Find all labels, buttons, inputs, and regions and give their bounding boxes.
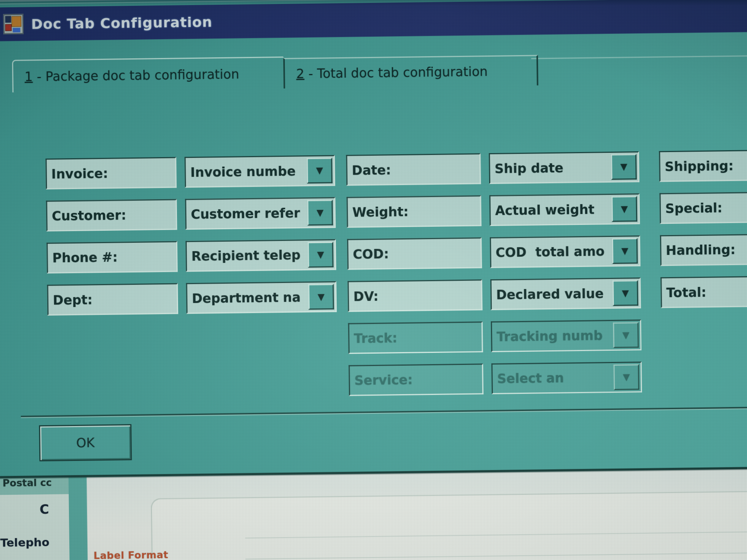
tab-total-doc-tab-configuration[interactable]: 2 - Total doc tab configuration — [283, 55, 538, 89]
field-text: DV: — [353, 289, 379, 304]
dropdown-arrow-icon[interactable]: ▼ — [612, 238, 638, 264]
down-triangle-glyph: ▼ — [622, 288, 629, 298]
field-text: COD: — [353, 246, 389, 262]
customer-source-dropdown[interactable]: Customer refer▼ — [185, 197, 336, 230]
dropdown-arrow-icon[interactable]: ▼ — [612, 280, 638, 306]
down-triangle-glyph: ▼ — [318, 292, 325, 302]
background-label-format-window[interactable]: Label Format — [86, 468, 747, 560]
dropdown-arrow-icon[interactable]: ▼ — [611, 154, 637, 180]
cod-caption-field[interactable]: COD: — [347, 237, 482, 270]
dropdown-value: Tracking numb — [496, 328, 603, 344]
tab-mnemonic: 1 — [24, 69, 33, 84]
dropdown-arrow-icon[interactable]: ▼ — [611, 196, 637, 222]
dv-caption-field[interactable]: DV: — [348, 279, 483, 312]
dropdown-arrow-icon[interactable]: ▼ — [307, 158, 333, 184]
window-divider-strip — [69, 477, 88, 560]
total-caption-field[interactable]: Total: — [661, 276, 747, 308]
dropdown-arrow-icon: ▼ — [613, 322, 639, 348]
doc-tab-configuration-dialog: Doc Tab Configuration 1 - Package doc ta… — [0, 0, 747, 478]
field-text: Handling: — [666, 242, 735, 258]
field-text: Special: — [665, 200, 723, 216]
field-text: Weight: — [352, 204, 409, 220]
tabstrip-edge-line — [531, 55, 747, 59]
date-caption-field[interactable]: Date: — [346, 153, 481, 186]
tab-mnemonic: 2 — [296, 66, 305, 81]
dropdown-arrow-icon[interactable]: ▼ — [307, 200, 333, 226]
weight-caption-field[interactable]: Weight: — [347, 195, 481, 228]
track-caption-field-disabled: Track: — [348, 322, 483, 354]
dept-caption-field[interactable]: Dept: — [47, 283, 178, 316]
dept-source-dropdown[interactable]: Department na▼ — [186, 281, 337, 314]
cutoff-text-fragment: C — [39, 502, 49, 517]
customer-caption-field[interactable]: Customer: — [46, 199, 177, 232]
background-form-window[interactable]: Postal cc C Telepho T ID IE — [0, 477, 70, 560]
weight-source-dropdown[interactable]: Actual weight▼ — [489, 193, 640, 226]
date-source-dropdown[interactable]: Ship date▼ — [489, 151, 639, 184]
dropdown-value: Invoice numbe — [190, 163, 296, 180]
dialog-titlebar[interactable]: Doc Tab Configuration — [0, 0, 747, 41]
field-text: Track: — [354, 330, 397, 346]
ok-button[interactable]: OK — [39, 424, 132, 461]
dropdown-value: Select an — [497, 370, 564, 386]
down-triangle-glyph: ▼ — [316, 166, 323, 175]
icon-red-square — [5, 24, 12, 31]
field-text: Customer: — [52, 207, 126, 223]
phone-caption-field[interactable]: Phone #: — [47, 241, 178, 273]
dialog-title: Doc Tab Configuration — [31, 13, 213, 32]
dropdown-arrow-icon: ▼ — [614, 364, 639, 390]
down-triangle-glyph: ▼ — [620, 162, 627, 171]
icon-blue-square — [13, 28, 20, 32]
dropdown-arrow-icon[interactable]: ▼ — [308, 284, 334, 310]
down-triangle-glyph: ▼ — [622, 246, 628, 256]
field-text: Shipping: — [665, 158, 734, 174]
icon-orange-square — [11, 16, 21, 27]
tab-package-doc-tab-configuration[interactable]: 1 - Package doc tab configuration — [12, 57, 284, 93]
down-triangle-glyph: ▼ — [623, 373, 630, 382]
dropdown-value: COD total amo — [496, 244, 605, 260]
desktop: F C oi Postal cc C Telepho T ID IE Label… — [0, 0, 747, 560]
phone-source-dropdown[interactable]: Recipient telep▼ — [186, 239, 336, 272]
down-triangle-glyph: ▼ — [621, 205, 628, 214]
dropdown-value: Ship date — [495, 160, 564, 176]
special-caption-field[interactable]: Special: — [659, 191, 747, 224]
telephone-label-fragment: Telepho — [0, 536, 49, 549]
icon-dark-square — [5, 16, 11, 23]
invoice-caption-field[interactable]: Invoice: — [46, 157, 177, 190]
handling-caption-field[interactable]: Handling: — [660, 234, 747, 266]
application-icon — [3, 14, 24, 34]
screen-photo: F C oi Postal cc C Telepho T ID IE Label… — [0, 0, 747, 560]
field-text: Total: — [666, 285, 707, 300]
cod-source-dropdown[interactable]: COD total amo▼ — [490, 236, 640, 268]
shipping-caption-field[interactable]: Shipping: — [659, 149, 747, 182]
dropdown-value: Department na — [192, 289, 301, 306]
field-text: Dept: — [53, 292, 93, 308]
track-source-dropdown-disabled: Tracking numb▼ — [491, 319, 642, 352]
dropdown-value: Customer refer — [191, 205, 300, 222]
tab-label: - Package doc tab configuration — [32, 66, 239, 84]
service-source-dropdown-disabled: Select an▼ — [491, 362, 642, 394]
label-format-heading: Label Format — [93, 549, 168, 560]
tab-label: - Total doc tab configuration — [304, 64, 488, 81]
field-text: Phone #: — [52, 250, 117, 265]
dropdown-value: Actual weight — [495, 202, 595, 218]
field-text: Invoice: — [51, 166, 108, 181]
down-triangle-glyph: ▼ — [317, 250, 324, 259]
dropdown-value: Declared value — [496, 286, 604, 302]
field-text: Date: — [352, 162, 391, 178]
down-triangle-glyph: ▼ — [622, 331, 629, 340]
dropdown-arrow-icon[interactable]: ▼ — [307, 242, 333, 268]
bottom-separator-groove — [21, 406, 747, 418]
field-text: Service: — [354, 372, 413, 388]
dv-source-dropdown[interactable]: Declared value▼ — [490, 277, 641, 310]
down-triangle-glyph: ▼ — [317, 208, 324, 217]
service-caption-field-disabled: Service: — [349, 363, 484, 396]
crt-tilt-wrapper: F C oi Postal cc C Telepho T ID IE Label… — [0, 0, 747, 560]
group-box-outline — [151, 491, 747, 560]
invoice-source-dropdown[interactable]: Invoice numbe▼ — [185, 155, 335, 187]
dropdown-value: Recipient telep — [191, 248, 301, 264]
postal-code-label-fragment: Postal cc — [3, 477, 52, 489]
